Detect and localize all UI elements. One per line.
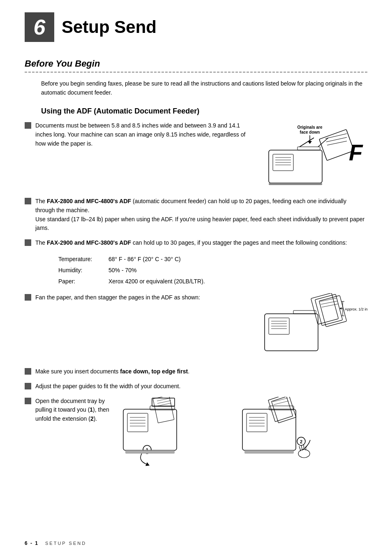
condition-value: 68° F - 86° F (20° C - 30° C)	[108, 254, 205, 264]
tray-diagram-1: 1	[119, 397, 218, 471]
page: 6 Setup Send Before You Begin Before you…	[0, 0, 392, 556]
svg-line-66	[299, 446, 301, 451]
condition-label: Humidity:	[58, 265, 108, 276]
footer-page-number: 6 - 1	[25, 540, 39, 546]
svg-line-49	[158, 403, 171, 406]
condition-value: Xerox 4200 or equivalent (20LB/LTR).	[108, 276, 205, 287]
svg-line-64	[274, 401, 288, 405]
bullet-icon-guides	[25, 383, 31, 389]
condition-paper: Paper: Xerox 4200 or equivalent (20LB/LT…	[58, 276, 205, 287]
bullet-text-guides: Adjust the paper guides to fit the width…	[35, 382, 367, 391]
chapter-title: Setup Send	[62, 17, 157, 37]
fan-diagram: Approx. 1/2 inch	[261, 293, 367, 359]
svg-rect-27	[315, 294, 343, 326]
intro-text: Before you begin sending faxes, please b…	[41, 79, 367, 97]
condition-humidity: Humidity: 50% - 70%	[58, 265, 205, 276]
svg-text:Originals are: Originals are	[297, 125, 323, 130]
subsection-heading: Using the ADF (Automatic Document Feeder…	[41, 107, 367, 116]
svg-marker-37	[340, 307, 341, 310]
bullet-item-1: Documents must be between 5.8 and 8.5 in…	[25, 121, 367, 191]
tray-diagram-2: 2	[226, 397, 325, 471]
svg-rect-54	[242, 409, 296, 450]
svg-line-7	[327, 141, 347, 145]
condition-temperature: Temperature: 68° F - 86° F (20° C - 30° …	[58, 254, 205, 264]
bullet-text-fan: Fan the paper, and then stagger the page…	[35, 293, 252, 302]
adf-diagram-1: Originals are face down F	[261, 121, 367, 191]
svg-line-16	[300, 138, 314, 147]
page-footer: 6 - 1 SETUP SEND	[25, 540, 367, 546]
section-heading: Before You Begin	[25, 58, 367, 69]
conditions-table: Temperature: 68° F - 86° F (20° C - 30° …	[58, 253, 367, 288]
svg-text:F: F	[349, 140, 363, 165]
svg-rect-9	[269, 150, 322, 183]
svg-text:face down: face down	[300, 130, 320, 134]
condition-label: Paper:	[58, 276, 108, 287]
bullet-item-face-down: Make sure you insert documents face down…	[25, 367, 367, 376]
chapter-header: 6 Setup Send	[25, 0, 367, 42]
svg-rect-25	[293, 310, 316, 314]
bullet-text-1: Documents must be between 5.8 and 8.5 in…	[35, 121, 256, 148]
svg-text:2: 2	[300, 439, 302, 444]
bullet-icon-2	[25, 198, 31, 204]
bullet-text-3: The FAX-2900 and MFC-3800's ADF can hold…	[35, 239, 367, 248]
svg-rect-18	[269, 183, 322, 185]
svg-line-48	[157, 401, 171, 403]
bullet-text-tray: Open the document tray by pulling it tow…	[35, 397, 115, 424]
svg-rect-55	[247, 413, 267, 432]
bullet-text-2: The FAX-2800 and MFC-4800's ADF (automat…	[35, 197, 367, 233]
svg-line-30	[321, 301, 337, 304]
svg-rect-38	[123, 409, 177, 450]
bullet-icon-tray	[25, 398, 31, 404]
condition-label: Temperature:	[58, 254, 108, 264]
svg-line-6	[326, 137, 347, 142]
svg-rect-15	[297, 147, 320, 150]
bullet-item-tray: Open the document tray by pulling it tow…	[25, 397, 367, 471]
bullet-item-fan: Fan the paper, and then stagger the page…	[25, 293, 367, 359]
bullet-item-guides: Adjust the paper guides to fit the width…	[25, 382, 367, 391]
svg-rect-72	[244, 450, 294, 454]
svg-rect-53	[125, 450, 175, 454]
condition-value: 50% - 70%	[108, 265, 205, 276]
svg-line-47	[157, 398, 171, 401]
bullet-icon-1	[25, 122, 31, 129]
svg-line-31	[322, 304, 338, 307]
bullet-icon-face-down	[25, 368, 31, 375]
svg-text:Approx. 1/2 inch: Approx. 1/2 inch	[345, 307, 367, 311]
svg-rect-26	[311, 293, 339, 324]
bullet-item-2: The FAX-2800 and MFC-4800's ADF (automat…	[25, 197, 367, 233]
footer-title: SETUP SEND	[45, 541, 86, 546]
svg-rect-39	[127, 413, 148, 432]
bullet-item-3: The FAX-2900 and MFC-3800's ADF can hold…	[25, 239, 367, 248]
bullet-icon-fan	[25, 294, 31, 301]
bullet-icon-3	[25, 239, 31, 246]
bullet-text-face-down: Make sure you insert documents face down…	[35, 367, 367, 376]
section-divider	[25, 72, 367, 73]
svg-point-65	[298, 449, 310, 458]
chapter-number: 6	[25, 12, 54, 42]
svg-rect-19	[265, 314, 318, 351]
